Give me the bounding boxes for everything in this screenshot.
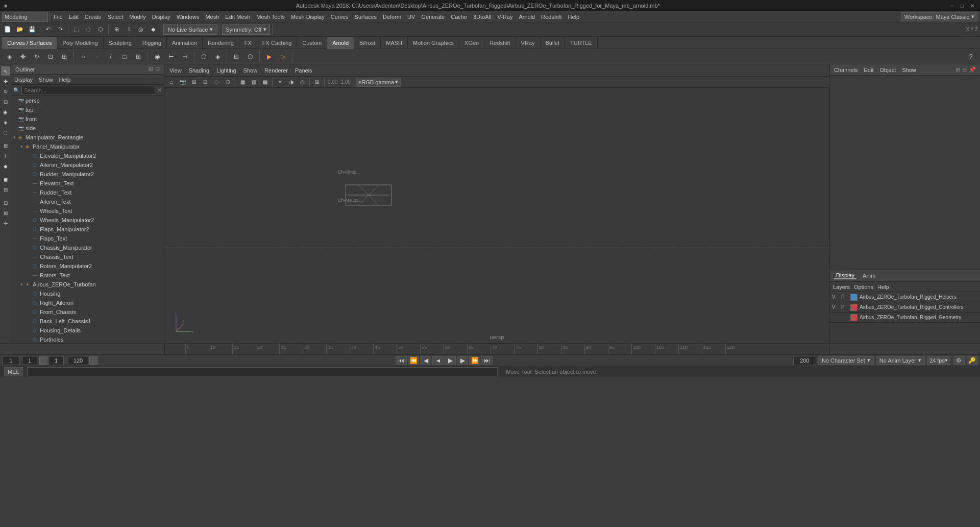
search-clear-icon[interactable]: ✕ — [157, 87, 162, 93]
paint-btn[interactable]: ⬡ — [95, 24, 106, 35]
menu-select[interactable]: Select — [105, 11, 127, 22]
reflect-btn[interactable]: ⊣ — [179, 51, 191, 63]
vp-home-btn[interactable]: ⌂ — [166, 77, 177, 87]
tree-item[interactable]: ⬡Portholes — [11, 335, 164, 343]
no-character-set-dropdown[interactable]: No Character Set ▾ — [818, 356, 874, 365]
tree-item[interactable]: —Rudder_Text — [11, 188, 164, 197]
range-end-input[interactable] — [68, 356, 88, 365]
tree-item[interactable]: ▾◈Panel_Manipulator — [11, 142, 164, 151]
mode-dropdown[interactable]: Modeling — [2, 12, 48, 22]
mel-button[interactable]: MEL — [4, 367, 23, 376]
tree-item[interactable]: ▾◈Manipulator_Rectangle — [11, 133, 164, 142]
tree-item[interactable]: ⬡Housing_Details — [11, 326, 164, 335]
menu-generate[interactable]: Generate — [418, 11, 448, 22]
layer-item[interactable]: V P Airbus_ZEROe_Turbofan_Rigged_Helpers — [830, 292, 980, 302]
tree-item[interactable]: —Chassis_Text — [11, 252, 164, 261]
rp-tab-anim[interactable]: Anim — [861, 273, 877, 279]
tree-item[interactable]: ⬡Flaps_Manipulator2 — [11, 225, 164, 234]
menu-help[interactable]: Help — [565, 11, 583, 22]
rp-tab-display[interactable]: Display — [834, 272, 856, 279]
menu-redshift[interactable]: Redshift — [538, 11, 565, 22]
minimize-button[interactable]: ─ — [948, 2, 955, 9]
command-line-input[interactable] — [27, 367, 498, 376]
timeline-ruler[interactable]: 5101520253035404550556065707580859095100… — [164, 344, 829, 355]
tree-item[interactable]: —Elevator_Text — [11, 179, 164, 188]
menu-deform[interactable]: Deform — [380, 11, 404, 22]
tree-item[interactable]: ⬡Wheels_Manipulator2 — [11, 215, 164, 225]
tab-mash[interactable]: MASH — [381, 37, 408, 49]
tab-fx-caching[interactable]: FX Caching — [257, 37, 297, 49]
gamma-dropdown[interactable]: sRGB gamma ▾ — [356, 78, 401, 87]
menu-mesh-tools[interactable]: Mesh Tools — [253, 11, 287, 22]
tree-item[interactable]: 📷side — [11, 124, 164, 133]
curve-tool[interactable]: ⌇ — [1, 151, 10, 160]
next-frame-btn[interactable]: ⏩ — [469, 356, 480, 365]
menu-mesh[interactable]: Mesh — [202, 11, 222, 22]
undo-btn[interactable]: ↶ — [42, 24, 54, 35]
go-end-btn[interactable]: ⏭ — [481, 356, 493, 365]
vp-ao-btn[interactable]: ◎ — [297, 77, 307, 87]
light2-btn[interactable]: ⬡ — [244, 51, 256, 63]
layer-item[interactable]: V P Airbus_ZEROe_Turbofan_Rigged_Control… — [830, 302, 980, 313]
rotate-tool[interactable]: ↻ — [1, 87, 10, 96]
menu-display[interactable]: Display — [149, 11, 174, 22]
range-end2-input[interactable] — [793, 356, 816, 365]
transform-btn[interactable]: ⊞ — [58, 51, 70, 63]
vp-fit-btn[interactable]: ⊞ — [189, 77, 199, 87]
rp-channels[interactable]: Channels — [834, 67, 857, 73]
play-fwd-btn[interactable]: ▶ — [445, 356, 456, 365]
tab-fx[interactable]: FX — [239, 37, 257, 49]
lasso-tool[interactable]: ◌ — [1, 128, 10, 137]
vp-panels-menu[interactable]: Panels — [292, 64, 315, 77]
tree-item[interactable]: —Aileron_Text — [11, 197, 164, 206]
rotate-tool-btn[interactable]: ↻ — [31, 51, 43, 63]
tree-item[interactable]: ⬡Elevator_Manipulator2 — [11, 151, 164, 160]
tree-item[interactable]: ⬡Back_Left_Chassis1 — [11, 317, 164, 326]
render-region-tool[interactable]: ⊡ — [1, 198, 10, 207]
rp-show[interactable]: Show — [902, 67, 916, 73]
layer-item[interactable]: Airbus_ZEROe_Turbofan_Rigged_Geometry — [830, 313, 980, 323]
menu-arnold[interactable]: Arnold — [516, 11, 538, 22]
maximize-button[interactable]: □ — [959, 2, 966, 9]
workspace-dropdown[interactable]: Workspace: Maya Classic ▾ — [901, 12, 978, 21]
paint2-btn[interactable]: ◈ — [211, 51, 224, 63]
menu-curves[interactable]: Curves — [328, 11, 352, 22]
rp-pin-icon[interactable]: 📌 — [969, 66, 976, 73]
menu-mesh-display[interactable]: Mesh Display — [288, 11, 328, 22]
xform-tool[interactable]: ✛ — [1, 219, 10, 228]
tab-arnold[interactable]: Arnold — [327, 37, 354, 49]
face-btn[interactable]: □ — [118, 51, 131, 63]
select-tool[interactable]: ↖ — [1, 66, 10, 76]
symmetry-btn[interactable]: Symmetry: Off ▾ — [222, 25, 270, 35]
current-frame-input[interactable] — [2, 356, 20, 365]
tab-curves-surfaces[interactable]: Curves / Surfaces — [2, 37, 57, 49]
uvmap-btn[interactable]: ⊞ — [132, 51, 144, 63]
iso-btn[interactable]: ⬡ — [198, 51, 210, 63]
vp-shading-menu[interactable]: Shading — [186, 64, 212, 77]
outliner-display-menu[interactable]: Display — [11, 75, 36, 85]
vp-wire-btn[interactable]: ▦ — [237, 77, 248, 87]
vp-frame-btn[interactable]: ⊡ — [200, 77, 210, 87]
tab-redshift[interactable]: Redshift — [484, 37, 516, 49]
fps-dropdown[interactable]: 24 fps ▾ — [927, 356, 950, 365]
arnold-ipr-btn[interactable]: ▷ — [277, 51, 289, 63]
vp-smooth-btn[interactable]: ▩ — [260, 77, 270, 87]
vp-xray-btn[interactable]: ◌ — [211, 77, 222, 87]
tab-bifrost[interactable]: Bifrost — [354, 37, 381, 49]
prev-frame-btn[interactable]: ⏪ — [408, 356, 419, 365]
surface-tool[interactable]: ◆ — [1, 161, 10, 171]
select-tool-btn[interactable]: ◈ — [3, 51, 15, 63]
vp-lighting-menu[interactable]: Lighting — [213, 64, 239, 77]
tab-rendering[interactable]: Rendering — [203, 37, 239, 49]
vp-grid-btn[interactable]: ⊞ — [312, 77, 322, 87]
tab-rigging[interactable]: Rigging — [137, 37, 167, 49]
menu-3dtoall[interactable]: 3DtoAll — [470, 11, 494, 22]
rp-edit[interactable]: Edit — [864, 67, 873, 73]
outliner-icon2[interactable]: ⊟ — [155, 66, 160, 73]
layers-menu-layers[interactable]: Layers — [833, 284, 850, 290]
menu-file[interactable]: File — [51, 11, 66, 22]
tab-bullet[interactable]: Bullet — [541, 37, 566, 49]
prev-key-btn[interactable]: ◀ — [420, 356, 431, 365]
menu-modify[interactable]: Modify — [126, 11, 149, 22]
rp-collapse-icon[interactable]: ⊟ — [962, 66, 967, 73]
